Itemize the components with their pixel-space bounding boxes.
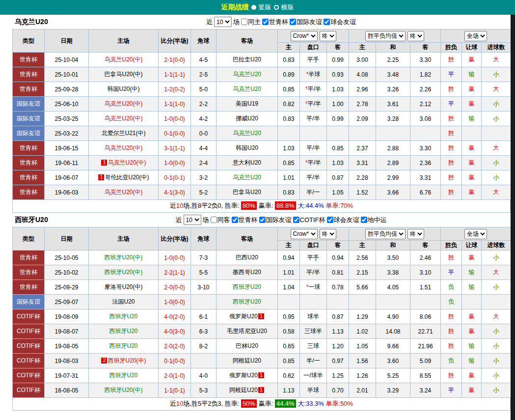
home-team-name[interactable]: 西班牙U20(中) — [104, 387, 142, 393]
competition-filter-0-checkbox[interactable] — [262, 19, 269, 25]
home-team-cell: 乌克兰U20(中) — [89, 53, 159, 67]
away-team-name[interactable]: 俄罗斯U20 — [229, 313, 258, 320]
competition-filter-2-checkbox[interactable] — [293, 217, 299, 223]
match-count-select[interactable]: 10 — [214, 17, 232, 27]
away-team-name[interactable]: 意大利U20 — [233, 159, 261, 166]
competition-filter-2[interactable]: COTIF杯 — [293, 216, 325, 224]
scope-select[interactable]: 全场 — [464, 31, 487, 41]
competition-filter-1-checkbox[interactable] — [259, 217, 266, 223]
handicap-line-text: 一球 — [308, 283, 320, 290]
away-team-name[interactable]: 墨西哥U20 — [233, 269, 261, 276]
home-team-cell: 西班牙U20(中) — [89, 383, 159, 398]
away-team-name[interactable]: 西班牙U20 — [233, 283, 261, 290]
away-team-name[interactable]: 西班牙U20 — [233, 298, 261, 305]
euro-draw-odds: 3.60 — [376, 354, 410, 368]
competition-filter-1[interactable]: 国际友谊 — [259, 216, 292, 224]
euro-draw-odds: 5.25 — [376, 368, 410, 383]
asia-stage-select[interactable]: 终 — [320, 229, 336, 239]
away-team-name[interactable]: 乌克兰U20 — [233, 85, 261, 92]
bookmaker-select[interactable]: Crow* — [291, 229, 318, 239]
home-team-name[interactable]: 摩洛哥U20(中) — [104, 283, 142, 290]
euro-type-select[interactable]: 胜平负均值 — [365, 229, 406, 239]
home-team-name[interactable]: 乌克兰U20(中) — [104, 115, 142, 122]
match-count-select[interactable]: 10 — [184, 215, 201, 225]
competition-filter-0[interactable]: 世青杯 — [232, 216, 258, 224]
col-header: 角球 — [191, 29, 217, 53]
competition-filter-0[interactable]: 世青杯 — [262, 18, 288, 27]
euro-stage-select[interactable]: 终 — [407, 229, 424, 239]
away-team-name[interactable]: 乌克兰U20 — [233, 71, 261, 78]
home-team-name[interactable]: 韩国U20(中) — [107, 85, 139, 92]
away-team-name[interactable]: 阿根廷U20 — [229, 387, 258, 393]
away-team-name[interactable]: 美国U19 — [236, 100, 258, 107]
home-team-name[interactable]: 西班牙U20 — [109, 372, 137, 379]
euro-draw-odds: 3.38 — [376, 265, 410, 280]
asia-stage-select[interactable]: 终 — [320, 31, 336, 41]
home-team-name[interactable]: 乌克兰U20(中) — [104, 100, 142, 107]
home-team-name[interactable]: 北爱尔兰U21(中) — [101, 130, 145, 137]
same-venue-filter[interactable]: 同主 — [241, 18, 261, 27]
home-team-name[interactable]: 西班牙U20(中) — [108, 357, 146, 364]
home-team-name[interactable]: 哥伦比亚U20(中) — [105, 174, 149, 181]
filter-controls: 近10场同主世青杯国际友谊球会友谊 — [206, 17, 356, 27]
competition-filter-1-checkbox[interactable] — [290, 19, 296, 25]
corners-cell: 2-4 — [191, 156, 217, 170]
away-team-cell: 韩国U20 — [217, 141, 278, 156]
layout-radio-horizontal[interactable] — [274, 5, 279, 10]
away-team-name[interactable]: 乌克兰U20 — [233, 130, 261, 137]
match-row: COTIF杯19-08-07西班牙U204-0(3-0)6-3毛里塔尼亚U200… — [13, 324, 511, 339]
competition-cell: 世青杯 — [13, 170, 45, 185]
home-team-name[interactable]: 巴拿马U20(中) — [104, 71, 142, 78]
layout-radio-vertical[interactable] — [251, 5, 256, 10]
competition-filter-0-checkbox[interactable] — [232, 217, 238, 223]
summary-segment: 50% — [340, 400, 353, 407]
filter-bar: 西班牙U20近10场同客世青杯国际友谊COTIF杯球会友谊地中运 — [0, 213, 515, 227]
home-team-cell: 西班牙U20 — [89, 324, 159, 339]
competition-filter-4-checkbox[interactable] — [361, 217, 367, 223]
away-team-name[interactable]: 巴拉圭U20 — [233, 56, 261, 63]
away-team-name[interactable]: 挪威U20 — [236, 115, 258, 122]
away-team-name[interactable]: 俄罗斯U20 — [229, 372, 258, 379]
home-team-name[interactable]: 乌克兰U20(中) — [104, 144, 142, 151]
home-team-name[interactable]: 乌克兰U20(中) — [104, 56, 142, 63]
scope-select[interactable]: 全场 — [464, 229, 487, 239]
away-team-name[interactable]: 巴拿马U20 — [233, 189, 261, 196]
layout-label-vertical[interactable]: 竖版 — [259, 3, 271, 12]
competition-filter-2[interactable]: 球会友谊 — [324, 18, 356, 27]
sub-col-header: 客 — [327, 241, 349, 251]
handicap-line: 三球半 — [300, 324, 327, 339]
home-team-name[interactable]: 西班牙U20(中) — [104, 269, 142, 276]
euro-type-select[interactable]: 胜平负均值 — [365, 31, 406, 41]
home-team-name[interactable]: 西班牙U20 — [109, 328, 137, 335]
competition-filter-1-label: 国际友谊 — [297, 18, 322, 27]
handicap-line: *平/半 — [300, 156, 327, 170]
home-team-name[interactable]: 乌克兰U20(中) — [108, 159, 146, 166]
home-team-name[interactable]: 乌克兰U20(中) — [104, 189, 142, 196]
away-team-name[interactable]: 阿根廷U20 — [233, 357, 261, 364]
away-team-name[interactable]: 巴林U20 — [236, 342, 258, 349]
away-team-name[interactable]: 巴西U20 — [236, 254, 258, 261]
same-venue-filter-checkbox[interactable] — [211, 217, 217, 223]
sections-container: 乌克兰U20近10场同主世青杯国际友谊球会友谊类型日期主场比分(半场)角球客场C… — [0, 15, 515, 411]
same-venue-filter-checkbox[interactable] — [241, 19, 247, 25]
home-team-name[interactable]: 西班牙U20 — [109, 313, 137, 320]
home-team-name[interactable]: 法国U20 — [112, 298, 135, 305]
away-team-name[interactable]: 毛里塔尼亚U20 — [227, 328, 267, 335]
euro-away-odds: 8.55 — [410, 368, 441, 383]
competition-filter-3[interactable]: 球会友谊 — [327, 216, 359, 224]
layout-label-horizontal[interactable]: 横版 — [281, 3, 294, 12]
competition-cell: 世青杯 — [13, 280, 45, 295]
bookmaker-select[interactable]: Crow* — [291, 31, 318, 41]
competition-filter-2-checkbox[interactable] — [324, 19, 330, 25]
asia-away-odds: 1.00 — [327, 97, 349, 112]
away-team-name[interactable]: 韩国U20 — [236, 144, 258, 151]
competition-filter-4[interactable]: 地中运 — [361, 216, 387, 224]
euro-stage-select[interactable]: 终 — [407, 31, 424, 41]
competition-filter-1[interactable]: 国际友谊 — [290, 18, 322, 27]
same-venue-filter[interactable]: 同客 — [211, 216, 230, 224]
home-team-name[interactable]: 西班牙U20 — [109, 342, 137, 349]
asia-away-odds: 1.13 — [327, 324, 349, 339]
away-team-name[interactable]: 乌克兰U20 — [233, 174, 261, 181]
home-team-name[interactable]: 西班牙U20(中) — [104, 254, 142, 261]
competition-filter-3-checkbox[interactable] — [327, 217, 333, 223]
